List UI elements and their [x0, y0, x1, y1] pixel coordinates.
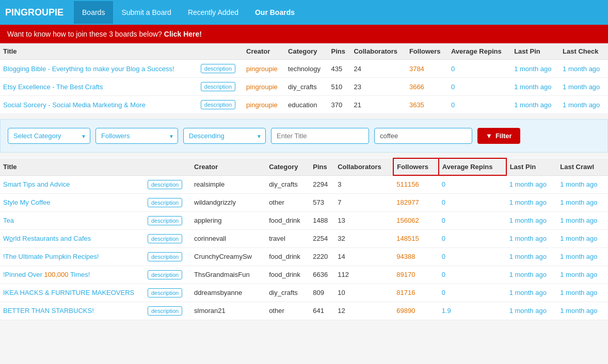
res-row-avg-repins: 0: [439, 193, 506, 211]
res-row-last-pin: 1 month ago: [506, 175, 557, 193]
res-row-desc-btn[interactable]: description: [148, 306, 182, 316]
top-row-last-check: 1 month ago: [559, 96, 608, 114]
top-row-desc-btn[interactable]: description: [201, 82, 235, 91]
nav-boards[interactable]: Boards: [74, 1, 113, 24]
res-row-desc-btn[interactable]: description: [148, 234, 182, 243]
res-row-title: BETTER THAN STARBUCKS!: [0, 302, 145, 320]
res-row-category: diy_crafts: [266, 284, 310, 302]
results-table-row: BETTER THAN STARBUCKS! description slmor…: [0, 302, 608, 320]
category-select-wrap: Select Category technology diy_crafts fo…: [8, 128, 90, 144]
res-row-category: other: [266, 302, 310, 320]
res-row-pins: 573: [310, 193, 334, 211]
col-category: Category: [285, 43, 328, 60]
top-row-desc-btn[interactable]: description: [201, 100, 235, 109]
top-boards-section: Title Creator Category Pins Collaborator…: [0, 43, 608, 114]
res-row-desc-btn[interactable]: description: [148, 216, 182, 225]
nav-submit[interactable]: Submit a Board: [113, 1, 180, 24]
top-row-title: Blogging Bible - Everything to make your…: [0, 60, 198, 78]
res-row-title: !The Ultimate Pumpkin Recipes!: [0, 247, 145, 266]
res-row-desc-btn[interactable]: description: [148, 180, 182, 189]
res-row-desc-btn[interactable]: description: [148, 198, 182, 207]
col-pins: Pins: [328, 43, 350, 60]
top-row-last-pin: 1 month ago: [511, 96, 559, 114]
top-row-collaborators: 24: [350, 60, 406, 78]
results-table-row: Style My Coffee description wildandgrizz…: [0, 193, 608, 211]
nav-our-boards[interactable]: Our Boards: [247, 1, 303, 24]
res-col-category: Category: [266, 158, 310, 175]
res-row-desc-btn-cell: description: [145, 284, 191, 302]
res-row-collaborators: 3: [334, 175, 393, 193]
top-row-last-pin: 1 month ago: [511, 60, 559, 78]
res-col-last-pin: Last Pin: [506, 158, 557, 175]
top-row-avg-repins: 0: [448, 96, 511, 114]
top-row-desc-btn-cell: description: [198, 78, 243, 96]
res-row-followers: 148515: [393, 229, 438, 247]
top-row-desc-btn[interactable]: description: [201, 64, 235, 73]
res-row-followers: 69890: [393, 302, 438, 320]
top-row-category: diy_crafts: [285, 78, 328, 96]
res-row-pins: 6636: [310, 266, 334, 284]
results-table: Title Creator Category Pins Collaborator…: [0, 158, 608, 320]
res-col-collaborators: Collaborators: [334, 158, 393, 175]
col-title: Title: [0, 43, 198, 60]
col-followers: Followers: [406, 43, 448, 60]
keyword-input[interactable]: [374, 128, 472, 144]
res-row-desc-btn[interactable]: description: [148, 288, 182, 297]
res-row-avg-repins: 0: [439, 247, 506, 266]
res-row-avg-repins: 0: [439, 284, 506, 302]
top-row-creator: pingroupie: [243, 96, 285, 114]
filter-icon: ▼: [486, 132, 492, 140]
res-row-last-pin: 1 month ago: [506, 247, 557, 266]
res-col-creator: Creator: [191, 158, 266, 175]
top-row-title: Social Sorcery - Social Media Marketing …: [0, 96, 198, 114]
logo: PINGROUPIE: [5, 7, 63, 18]
res-row-title: World Restaurants and Cafes: [0, 229, 145, 247]
top-table-row: Blogging Bible - Everything to make your…: [0, 60, 608, 78]
filter-button-label: Filter: [495, 132, 512, 140]
title-input[interactable]: [271, 128, 369, 144]
top-row-pins: 435: [328, 60, 350, 78]
res-row-avg-repins: 0: [439, 266, 506, 284]
res-row-title: IKEA HACKS & FURNITURE MAKEOVERS: [0, 284, 145, 302]
res-row-collaborators: 112: [334, 266, 393, 284]
results-table-row: World Restaurants and Cafes description …: [0, 229, 608, 247]
results-table-row: !Pinned Over 100,000 Times! description …: [0, 266, 608, 284]
top-row-creator: pingroupie: [243, 60, 285, 78]
col-last-check: Last Check: [559, 43, 608, 60]
top-row-desc-btn-cell: description: [198, 96, 243, 114]
res-row-creator: wildandgrizzly: [191, 193, 266, 211]
col-avg-repins: Average Repins: [448, 43, 511, 60]
res-row-desc-btn[interactable]: description: [148, 252, 182, 261]
res-row-collaborators: 10: [334, 284, 393, 302]
banner-text: Want to know how to join these 3 boards …: [7, 30, 162, 38]
res-row-pins: 809: [310, 284, 334, 302]
col-creator: [198, 43, 243, 60]
res-row-avg-repins: 0: [439, 211, 506, 229]
top-row-followers: 3635: [406, 96, 448, 114]
res-row-avg-repins: 0: [439, 229, 506, 247]
top-row-last-check: 1 month ago: [559, 78, 608, 96]
res-row-creator: applering: [191, 211, 266, 229]
filter-button[interactable]: ▼ Filter: [477, 128, 520, 144]
banner-link[interactable]: Click Here!: [164, 30, 202, 38]
top-row-pins: 510: [328, 78, 350, 96]
res-row-last-pin: 1 month ago: [506, 229, 557, 247]
res-row-desc-btn-cell: description: [145, 247, 191, 266]
res-row-last-pin: 1 month ago: [506, 302, 557, 320]
res-row-creator: ThsGrandmaisFun: [191, 266, 266, 284]
top-row-category: education: [285, 96, 328, 114]
sort-select[interactable]: Followers Pins Collaborators: [95, 128, 178, 144]
top-row-last-pin: 1 month ago: [511, 78, 559, 96]
res-row-category: food_drink: [266, 247, 310, 266]
res-col-pins: Pins: [310, 158, 334, 175]
order-select[interactable]: Descending Ascending: [183, 128, 266, 144]
nav-recently-added[interactable]: Recently Added: [180, 1, 247, 24]
res-row-desc-btn[interactable]: description: [148, 270, 182, 279]
sort-select-wrap: Followers Pins Collaborators: [95, 128, 178, 144]
res-row-creator: CrunchyCreamySw: [191, 247, 266, 266]
category-select[interactable]: Select Category technology diy_crafts fo…: [8, 128, 90, 144]
res-row-collaborators: 13: [334, 211, 393, 229]
header: PINGROUPIE Boards Submit a Board Recentl…: [0, 0, 608, 25]
top-boards-table: Title Creator Category Pins Collaborator…: [0, 43, 608, 114]
res-row-title: !Pinned Over 100,000 Times!: [0, 266, 145, 284]
